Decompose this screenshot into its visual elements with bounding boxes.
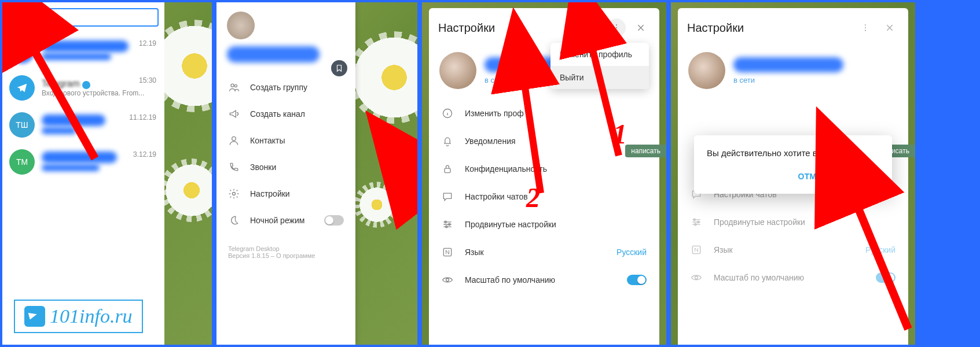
search-input[interactable] (28, 8, 159, 27)
menu-create-group[interactable]: Создать группу (216, 74, 355, 101)
settings-list: Настройки чатов Продвинутые настройки Яз… (678, 180, 908, 291)
night-mode-toggle[interactable] (324, 215, 344, 226)
setting-privacy[interactable]: Конфиденциальность (429, 155, 659, 183)
lock-icon (442, 163, 453, 175)
more-button[interactable] (856, 19, 875, 37)
setting-scale[interactable]: Масштаб по умолчанию (429, 266, 659, 294)
svg-point-1 (234, 84, 237, 87)
chat-time: 15:30 (139, 76, 156, 84)
logout-dialog: Вы действительно хотите выйти? ОТМЕНА ВЫ… (694, 135, 892, 194)
more-dropdown: Изменить профиль Выйти (550, 43, 649, 89)
setting-advanced[interactable]: Продвинутые настройки (678, 208, 908, 236)
svg-point-16 (865, 30, 866, 31)
dropdown-edit-profile[interactable]: Изменить профиль (550, 43, 649, 66)
close-button[interactable] (880, 19, 899, 37)
dialog-cancel-button[interactable]: ОТМЕНА (798, 172, 834, 181)
bookmark-button[interactable] (331, 60, 347, 76)
menu-settings[interactable]: Настройки (216, 180, 355, 207)
svg-point-21 (695, 276, 698, 279)
chat-item[interactable]: 12.19 (2, 32, 164, 69)
dropdown-logout[interactable]: Выйти (550, 66, 649, 89)
telegram-avatar (9, 75, 35, 101)
verified-icon (82, 81, 90, 89)
chat-icon (442, 191, 453, 202)
eye-icon (691, 272, 702, 283)
more-button[interactable] (607, 19, 626, 37)
chat-item-telegram[interactable]: Telegram Вход нового устройства. From...… (2, 69, 164, 106)
gear-icon (228, 188, 240, 200)
scale-toggle[interactable] (627, 275, 647, 285)
svg-point-15 (865, 27, 866, 28)
menu-calls[interactable]: Звонки (216, 154, 355, 180)
chat-sidebar: 12.19 Telegram Вход нового устройства. F… (2, 2, 164, 345)
megaphone-icon (228, 108, 240, 120)
sliders-icon (442, 219, 453, 230)
annotation-number-2: 2 (526, 182, 540, 213)
svg-point-4 (616, 24, 617, 25)
profile-name-blurred (227, 46, 320, 62)
svg-point-0 (231, 84, 234, 87)
svg-point-5 (616, 27, 617, 28)
user-icon (228, 135, 240, 146)
svg-point-6 (616, 30, 617, 31)
setting-chat[interactable]: Настройки чатов (429, 183, 659, 211)
chat-item[interactable]: ТМ 3.12.19 (2, 143, 164, 180)
panel-1-chatlist: 12.19 Telegram Вход нового устройства. F… (0, 0, 214, 347)
panel-3-settings: Настройки в сети Изменить проф Уведомлен… (420, 0, 669, 347)
profile-name-blurred (733, 57, 843, 72)
avatar: ТШ (9, 112, 35, 138)
eye-icon (442, 274, 453, 286)
menu-night-mode[interactable]: Ночной режим (216, 207, 355, 234)
watermark-logo: 101info.ru (14, 300, 143, 333)
menu-button[interactable] (8, 13, 21, 22)
setting-advanced[interactable]: Продвинутые настройки (429, 211, 659, 238)
dialog-text: Вы действительно хотите выйти? (707, 148, 879, 158)
close-button[interactable] (632, 19, 650, 37)
setting-language[interactable]: ЯзыкРусский (429, 238, 659, 266)
menu-contacts[interactable]: Контакты (216, 127, 355, 154)
app-footer: Telegram Desktop Версия 1.8.15 – О прогр… (216, 238, 355, 266)
avatar (9, 38, 35, 64)
online-status: в сети (733, 76, 843, 84)
main-menu-panel: Создать группу Создать канал Контакты Зв… (216, 2, 355, 345)
menu-list: Создать группу Создать канал Контакты Зв… (216, 69, 355, 238)
language-value: Русский (865, 245, 895, 254)
dialog-logout-button[interactable]: ВЫЙТИ (848, 172, 879, 181)
panel-4-logout-confirm: Настройки в сети Настройки чатов Продвин… (669, 0, 917, 347)
phone-icon (228, 161, 240, 173)
settings-card: Настройки в сети Изменить проф Уведомлен… (429, 8, 659, 345)
setting-scale[interactable]: Масштаб по умолчанию (678, 264, 908, 291)
settings-title: Настройки (687, 21, 850, 35)
settings-profile: в сети (678, 47, 908, 99)
info-icon (442, 108, 453, 119)
write-badge[interactable]: написать (625, 145, 666, 157)
profile-avatar (439, 52, 476, 89)
menu-create-channel[interactable]: Создать канал (216, 101, 355, 127)
annotation-number-1: 1 (613, 118, 627, 150)
svg-point-3 (233, 193, 236, 195)
language-value: Русский (616, 248, 647, 257)
chat-time: 12.19 (139, 39, 156, 47)
profile-avatar (688, 52, 725, 89)
svg-point-14 (865, 24, 866, 25)
lang-icon (691, 244, 702, 256)
avatar: ТМ (9, 149, 35, 175)
moon-icon (228, 215, 240, 226)
group-icon (228, 82, 240, 93)
lang-icon (442, 246, 453, 258)
bell-icon (442, 135, 453, 147)
profile-header (216, 2, 355, 69)
chat-preview: Вход нового устройства. From... (42, 89, 157, 97)
chat-time: 3.12.19 (133, 150, 156, 158)
profile-avatar[interactable] (227, 12, 255, 39)
settings-title: Настройки (438, 21, 601, 35)
sliders-icon (691, 216, 702, 228)
svg-point-13 (446, 279, 449, 282)
svg-point-2 (232, 136, 236, 141)
chat-time: 11.12.19 (129, 113, 156, 121)
setting-language[interactable]: ЯзыкРусский (678, 236, 908, 264)
chat-item[interactable]: ТШ 11.12.19 (2, 106, 164, 143)
scale-toggle[interactable] (876, 272, 895, 283)
telegram-icon (24, 306, 45, 327)
panel-2-mainmenu: Создать группу Создать канал Контакты Зв… (214, 0, 420, 347)
